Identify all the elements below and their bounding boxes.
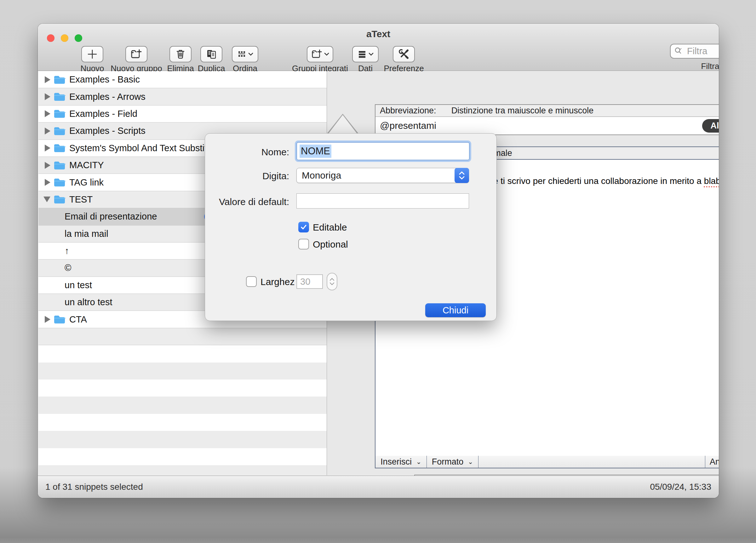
- disclosure-triangle-icon[interactable]: [45, 179, 50, 186]
- disclosure-triangle-icon[interactable]: [45, 145, 50, 151]
- folder-icon: [54, 161, 66, 170]
- disclosure-triangle-icon[interactable]: [45, 76, 50, 83]
- editable-checkbox-label[interactable]: Editable: [313, 222, 347, 233]
- aliases-button[interactable]: Aliases: [702, 119, 719, 133]
- duplicate-button[interactable]: [200, 46, 222, 62]
- sort-button[interactable]: [232, 46, 258, 62]
- field-settings-popover: Nome: NOME Digita: Monoriga Valore di de…: [205, 133, 497, 321]
- new-group-button[interactable]: [125, 46, 147, 62]
- folder-icon: [54, 195, 66, 204]
- disclosure-triangle-icon[interactable]: [45, 110, 50, 117]
- empty-list-row: [38, 431, 327, 448]
- sidebar-item-examples-field[interactable]: Examples - Field: [38, 106, 327, 123]
- chevron-down-icon: [369, 52, 374, 56]
- sidebar-item-label: MACITY: [69, 160, 104, 170]
- close-button-label: Chiudi: [443, 305, 468, 316]
- disclosure-triangle-icon[interactable]: [45, 93, 50, 100]
- stepper-down-icon: [329, 282, 335, 285]
- toolbar-group-new-group: Nuovo gruppo: [110, 46, 163, 73]
- empty-list-row: [38, 380, 327, 397]
- window-chrome: aText Nuovo Nuovo gruppo: [38, 24, 719, 71]
- larghez-input[interactable]: 30: [296, 274, 323, 289]
- sidebar-item-label: Examples - Scripts: [69, 126, 146, 136]
- stepper-up-icon: [329, 278, 335, 281]
- editor-toolbar: Inserisci ⌄ Formato ⌄ Anteprima: [375, 456, 719, 468]
- toolbar-group-data: Dati: [348, 46, 383, 73]
- folder-plus-icon: [311, 49, 323, 60]
- larghez-checkbox[interactable]: [246, 276, 257, 287]
- folder-icon: [54, 109, 66, 118]
- larghez-stepper[interactable]: [327, 273, 337, 290]
- empty-list-row: [38, 328, 327, 345]
- sidebar-item-examples-arrows[interactable]: Examples - Arrows: [38, 88, 327, 105]
- preferences-button[interactable]: [393, 46, 415, 62]
- close-dialog-button[interactable]: Chiudi: [425, 303, 486, 317]
- larghez-value: 30: [300, 277, 310, 287]
- toolbar-group-delete: Elimina: [163, 46, 198, 73]
- filter-search-input[interactable]: Filtra: [670, 44, 719, 59]
- disclosure-triangle-icon[interactable]: [45, 128, 50, 134]
- builtin-groups-button[interactable]: [307, 46, 333, 62]
- sidebar-item-label: un test: [65, 280, 92, 290]
- folder-icon: [54, 315, 66, 324]
- status-selection-count: 1 of 31 snippets selected: [45, 482, 143, 492]
- abbreviation-input[interactable]: @presentami: [380, 120, 436, 131]
- preview-button[interactable]: Anteprima: [705, 456, 719, 468]
- digita-label: Digita:: [207, 171, 289, 181]
- digita-popup-select[interactable]: Monoriga: [296, 168, 469, 183]
- larghez-checkbox-label[interactable]: Larghez: [261, 277, 295, 287]
- filter-placeholder: Filtra: [687, 46, 707, 56]
- tools-icon: [398, 49, 409, 60]
- nome-label: Nome:: [207, 147, 289, 157]
- abbreviation-mode-select[interactable]: Distinzione tra maiuscole e minuscole: [451, 106, 594, 116]
- editable-checkbox[interactable]: [298, 222, 309, 232]
- optional-checkbox-label[interactable]: Optional: [313, 239, 348, 250]
- data-button[interactable]: [352, 46, 379, 62]
- optional-checkbox[interactable]: [298, 239, 309, 249]
- folder-icon: [54, 92, 66, 101]
- abbreviation-label: Abbreviazione:: [380, 106, 436, 116]
- toolbar-group-sort: Ordina: [228, 46, 262, 73]
- folder-icon: [54, 75, 66, 84]
- sidebar-item-examples-basic[interactable]: Examples - Basic: [38, 71, 327, 88]
- empty-list-row: [38, 448, 327, 465]
- format-menu-button[interactable]: Formato ⌄: [427, 456, 478, 468]
- sidebar-item-label: un altro test: [65, 297, 112, 307]
- sidebar-item-label: ↑: [65, 246, 69, 256]
- nome-selected-text: NOME: [300, 145, 331, 158]
- digita-value: Monoriga: [302, 170, 341, 181]
- chevron-down-icon: [248, 52, 253, 56]
- nome-input[interactable]: NOME: [296, 142, 470, 160]
- search-icon: [674, 46, 684, 57]
- sort-grid-icon: [237, 49, 247, 59]
- disclosure-triangle-icon[interactable]: [45, 316, 50, 323]
- abbreviation-header: Abbreviazione: Distinzione tra maiuscole…: [375, 105, 719, 117]
- sidebar-item-label: Examples - Arrows: [69, 92, 146, 102]
- duplicate-icon: [206, 49, 217, 60]
- chevron-down-icon: ⌄: [468, 458, 473, 466]
- sidebar-item-label: ©: [65, 263, 71, 273]
- sidebar-item-label: Email di presentazione: [65, 211, 157, 222]
- empty-list-row: [38, 465, 327, 475]
- toolbar-group-new: Nuovo: [75, 46, 110, 73]
- new-folder-icon: [130, 49, 143, 60]
- check-icon: [300, 223, 307, 231]
- valore-default-input[interactable]: [296, 193, 469, 209]
- preview-label: Anteprima: [710, 457, 719, 467]
- insert-menu-label: Inserisci: [381, 457, 412, 467]
- sidebar-item-label: TEST: [69, 194, 93, 205]
- disclosure-triangle-icon[interactable]: [45, 162, 50, 169]
- disclosure-triangle-icon[interactable]: [43, 197, 50, 202]
- sidebar-item-label: CTA: [69, 314, 87, 325]
- filter-caption: Filtra: [670, 61, 719, 71]
- trash-icon: [175, 49, 186, 60]
- folder-icon: [54, 126, 66, 136]
- abbreviation-box: Abbreviazione: Distinzione tra maiuscole…: [375, 104, 719, 135]
- delete-button[interactable]: [169, 46, 192, 62]
- toolbar-group-builtin: Gruppi integrati: [292, 46, 348, 73]
- toolbar-group-duplicate: Duplica: [194, 46, 229, 73]
- insert-menu-button[interactable]: Inserisci ⌄: [375, 456, 427, 468]
- folder-icon: [54, 143, 66, 153]
- new-snippet-button[interactable]: [81, 46, 103, 62]
- list-icon: [357, 49, 367, 59]
